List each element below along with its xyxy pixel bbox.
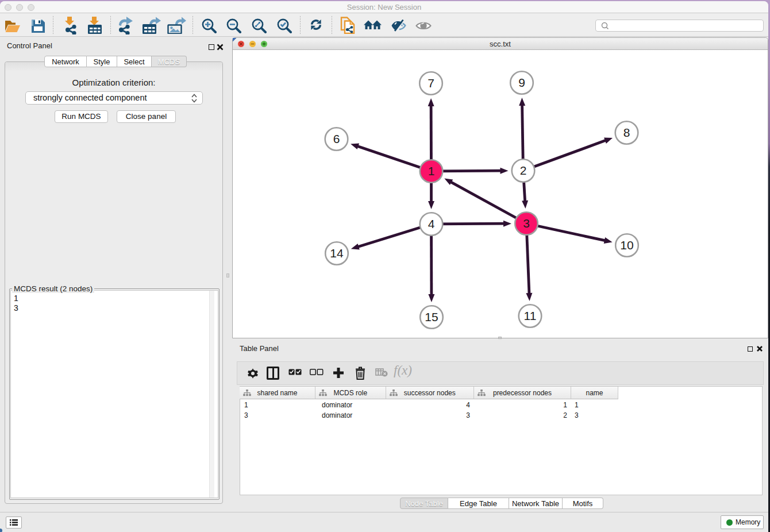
svg-text:1: 1	[428, 164, 435, 178]
svg-text:2: 2	[520, 164, 527, 177]
svg-text:14: 14	[330, 246, 344, 260]
svg-text:9: 9	[518, 76, 525, 89]
svg-text:3: 3	[523, 217, 530, 230]
svg-text:8: 8	[623, 126, 630, 139]
svg-text:15: 15	[425, 310, 438, 323]
svg-text:4: 4	[428, 217, 435, 230]
svg-text:10: 10	[620, 238, 633, 252]
svg-text:6: 6	[333, 132, 340, 145]
svg-text:11: 11	[524, 309, 537, 322]
svg-text:7: 7	[428, 76, 434, 90]
